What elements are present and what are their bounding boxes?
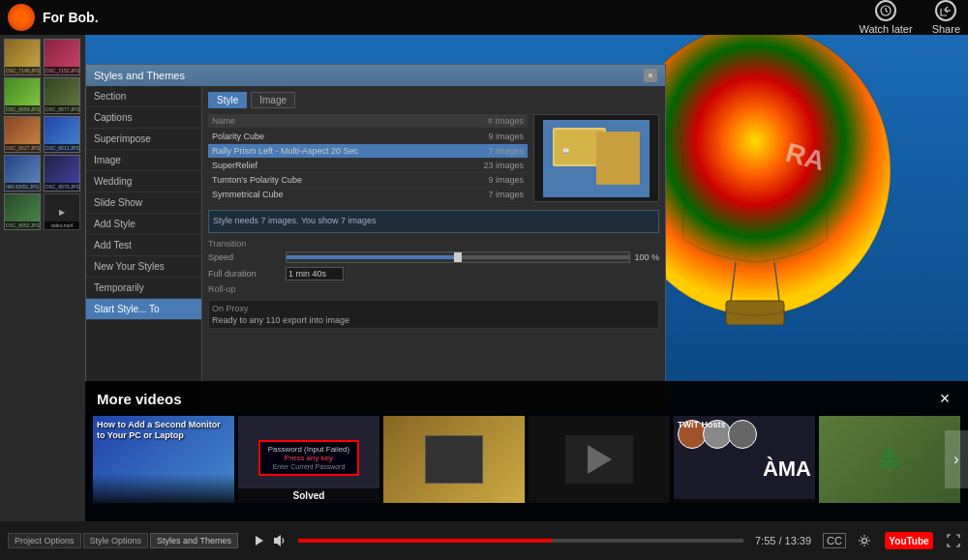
- style-info-text: Style needs 7 images. You show 7 images: [213, 215, 654, 228]
- file-thumb-label: DSC_8070.JPG: [45, 183, 79, 191]
- sidebar-item-image[interactable]: Image: [86, 150, 201, 171]
- sidebar-item-add-style[interactable]: Add Style: [86, 214, 201, 235]
- dialog-sidebar: Section Captions Superimpose Image Weddi…: [86, 86, 202, 411]
- file-thumb-grid: DSC_7146.JPG DSC_7152.JPG DSC_8054.JPG D…: [0, 35, 85, 234]
- sidebar-item-temporarily[interactable]: Temporarily: [86, 278, 201, 299]
- file-thumb[interactable]: DSC_8011.JPG: [44, 116, 80, 153]
- video-thumb-card[interactable]: 🌲: [819, 416, 960, 503]
- tab-project-options[interactable]: Project Options: [8, 533, 81, 548]
- volume-button[interactable]: [273, 534, 287, 547]
- style-list: Name # Images Polarity Cube 9 images Ral…: [208, 114, 528, 202]
- col-name: Name: [212, 116, 466, 126]
- sidebar-item-section[interactable]: Section: [86, 86, 201, 107]
- duration-label: Full duration: [208, 269, 286, 279]
- file-thumb-label: DSC_8077.JPG: [45, 105, 79, 113]
- file-thumb[interactable]: DSC_8052.JPG: [4, 193, 41, 230]
- file-thumb[interactable]: IMG42651.JPG: [4, 155, 41, 192]
- ama-label: ÀMA: [763, 457, 811, 482]
- svg-marker-14: [256, 536, 263, 545]
- style-count: 23 images: [466, 161, 524, 170]
- file-thumb[interactable]: DSC_7152.JPG: [44, 39, 80, 75]
- app-logo: [8, 4, 35, 31]
- tab-styles-themes[interactable]: Styles and Themes: [150, 533, 238, 548]
- sidebar-item-slide-show[interactable]: Slide Show: [86, 192, 201, 214]
- tab-image[interactable]: Image: [251, 92, 295, 108]
- file-thumb[interactable]: DSC_7146.JPG: [4, 39, 41, 75]
- file-thumb[interactable]: DSC_8027.JPG: [4, 116, 41, 153]
- video-thumb-card[interactable]: How to Add a Second Monitorto Your PC or…: [93, 416, 234, 503]
- video-thumb-text: How to Add a Second Monitorto Your PC or…: [97, 420, 221, 441]
- next-videos-arrow[interactable]: ›: [945, 430, 968, 488]
- password-prompt: Password (Input Failed)Press any keyEnte…: [258, 440, 359, 476]
- dialog-content: Name # Images Polarity Cube 9 images Ral…: [208, 114, 659, 202]
- style-list-row[interactable]: Tumton's Polarity Cube 9 images: [208, 173, 528, 188]
- dialog-main-panel: Style Image Name # Images Polarity C: [202, 86, 665, 411]
- video-thumb-card[interactable]: [529, 416, 670, 503]
- style-list-row[interactable]: Symmetrical Cube 7 images: [208, 188, 528, 202]
- bottom-tabs: Project Options Style Options Styles and…: [8, 533, 238, 548]
- file-thumb-label: video.mp4: [45, 221, 79, 229]
- settings-button[interactable]: [858, 534, 871, 547]
- sidebar-item-wedding[interactable]: Wedding: [86, 171, 201, 192]
- sidebar-item-add-test[interactable]: Add Test: [86, 235, 201, 256]
- window-title: For Bob.: [43, 10, 859, 25]
- top-bar-actions: Watch later Share: [859, 0, 960, 35]
- file-thumb-label: DSC_8054.JPG: [5, 105, 40, 113]
- speed-setting-row: Speed 100 %: [208, 251, 659, 263]
- rollup-label: Roll-up: [208, 284, 659, 294]
- style-list-row[interactable]: Rally Prism Left - Multi-Aspect 20 Sec 7…: [208, 144, 528, 159]
- svg-rect-12: [596, 132, 640, 185]
- progress-bar[interactable]: [298, 539, 743, 543]
- bottom-controls-bar: Project Options Style Options Styles and…: [0, 521, 968, 560]
- styles-themes-dialog: Styles and Themes × Section Captions Sup…: [85, 64, 666, 412]
- share-button[interactable]: Share: [932, 0, 960, 35]
- video-thumb-card[interactable]: TWiT Hosts ÀMA: [674, 416, 815, 503]
- tab-style-options[interactable]: Style Options: [83, 533, 149, 548]
- style-count: 7 images: [466, 146, 524, 156]
- fullscreen-button[interactable]: [947, 534, 960, 547]
- file-thumb[interactable]: DSC_8070.JPG: [44, 155, 80, 192]
- more-videos-header: More videos ×: [85, 381, 968, 416]
- style-name: SuperRelief: [212, 161, 466, 170]
- file-thumb[interactable]: DSC_8054.JPG: [4, 77, 41, 114]
- video-thumb-label: [674, 499, 815, 503]
- export-label: On Proxy: [212, 304, 655, 313]
- style-name: Tumton's Polarity Cube: [212, 175, 466, 185]
- dialog-tabs: Style Image: [208, 92, 659, 108]
- sidebar-item-captions[interactable]: Captions: [86, 107, 201, 129]
- preview-image: 📖: [543, 120, 650, 197]
- video-thumb-card[interactable]: [383, 416, 525, 503]
- file-thumb-label: DSC_8027.JPG: [5, 144, 40, 152]
- video-area: RA Styles and Themes × Section Captions …: [85, 35, 968, 521]
- more-videos-close-button[interactable]: ×: [933, 387, 956, 410]
- style-count: 9 images: [466, 132, 524, 141]
- tab-style[interactable]: Style: [208, 92, 247, 108]
- svg-line-2: [886, 11, 888, 13]
- sidebar-item-superimpose[interactable]: Superimpose: [86, 129, 201, 150]
- col-count: # Images: [466, 116, 524, 126]
- style-list-row[interactable]: Polarity Cube 9 images: [208, 130, 528, 144]
- main-content: DSC_7146.JPG DSC_7152.JPG DSC_8054.JPG D…: [0, 35, 968, 521]
- status-text: Ready to any 110 export into image: [212, 315, 655, 325]
- progress-fill: [298, 539, 552, 543]
- speed-slider[interactable]: [286, 251, 630, 263]
- sidebar-item-new-styles[interactable]: New Your Styles: [86, 256, 201, 278]
- style-list-row[interactable]: SuperRelief 23 images: [208, 159, 528, 173]
- cc-button[interactable]: CC: [823, 533, 846, 548]
- video-thumb-label: Solved: [238, 488, 379, 503]
- duration-input[interactable]: [286, 267, 344, 280]
- watch-later-button[interactable]: Watch later: [859, 0, 912, 35]
- style-name: Symmetrical Cube: [212, 190, 466, 199]
- list-header: Name # Images: [208, 114, 528, 128]
- sidebar-item-start-style[interactable]: Start Style... To: [86, 299, 201, 320]
- time-display: 7:55 / 13:39: [755, 535, 811, 546]
- video-thumb-card[interactable]: Password (Input Failed)Press any keyEnte…: [238, 416, 379, 503]
- file-thumb-video[interactable]: ▶ video.mp4: [44, 193, 80, 230]
- style-settings: Transition Speed 100 %: [208, 239, 659, 280]
- file-thumb-label: IMG42651.JPG: [5, 183, 40, 191]
- play-pause-button[interactable]: [252, 534, 265, 547]
- file-thumb[interactable]: DSC_8077.JPG: [44, 77, 80, 114]
- speed-value: 100 %: [634, 252, 659, 262]
- watch-later-icon: [875, 0, 896, 21]
- dialog-close-button[interactable]: ×: [644, 69, 657, 82]
